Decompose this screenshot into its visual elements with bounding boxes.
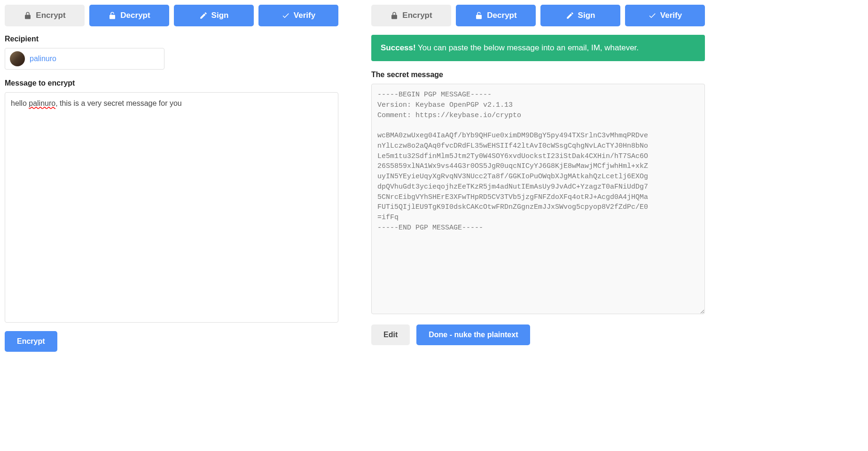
action-row: Edit Done - nuke the plaintext [371, 316, 705, 345]
tab-label: Sign [211, 11, 229, 20]
tab-sign[interactable]: Sign [174, 5, 254, 26]
lock-closed-icon [23, 11, 32, 20]
lock-open-icon [108, 11, 117, 20]
recipient-name: palinuro [30, 55, 56, 63]
recipient-label: Recipient [5, 35, 338, 43]
tab-label: Verify [294, 11, 315, 20]
tab-label: Decrypt [120, 11, 150, 20]
lock-closed-icon [390, 11, 399, 20]
tab-bar-left: Encrypt Decrypt Sign Verify [5, 5, 338, 26]
secret-output[interactable] [371, 84, 705, 314]
success-alert: Success! You can paste the below message… [371, 35, 705, 61]
tab-label: Sign [578, 11, 595, 20]
tab-decrypt[interactable]: Decrypt [89, 5, 169, 26]
avatar [10, 51, 25, 66]
result-panel: Encrypt Decrypt Sign Verify [371, 5, 705, 352]
message-label: Message to encrypt [5, 79, 338, 87]
tab-decrypt[interactable]: Decrypt [456, 5, 536, 26]
lock-open-icon [475, 11, 483, 20]
tab-label: Decrypt [487, 11, 516, 20]
done-button[interactable]: Done - nuke the plaintext [416, 324, 530, 345]
tab-verify[interactable]: Verify [258, 5, 338, 26]
tab-bar-right: Encrypt Decrypt Sign Verify [371, 5, 705, 26]
tab-encrypt[interactable]: Encrypt [371, 5, 451, 26]
alert-text: You can paste the below message into an … [416, 43, 639, 52]
check-icon [282, 11, 290, 20]
tab-label: Encrypt [402, 11, 432, 20]
alert-strong: Success! [381, 43, 416, 52]
encrypt-panel: Encrypt Decrypt Sign Verify Re [5, 5, 338, 352]
tab-encrypt[interactable]: Encrypt [5, 5, 85, 26]
encrypt-button[interactable]: Encrypt [5, 331, 57, 352]
tab-label: Encrypt [36, 11, 65, 20]
secret-label: The secret message [371, 71, 705, 79]
edit-button[interactable]: Edit [371, 324, 410, 345]
tab-label: Verify [660, 11, 682, 20]
spellcheck-word: palinuro [29, 99, 55, 107]
pencil-icon [199, 11, 208, 20]
tab-sign[interactable]: Sign [540, 5, 620, 26]
message-input[interactable]: hello palinuro, this is a very secret me… [5, 92, 338, 323]
recipient-input[interactable]: palinuro [5, 48, 164, 70]
check-icon [648, 11, 657, 20]
tab-verify[interactable]: Verify [625, 5, 705, 26]
pencil-icon [566, 11, 574, 20]
